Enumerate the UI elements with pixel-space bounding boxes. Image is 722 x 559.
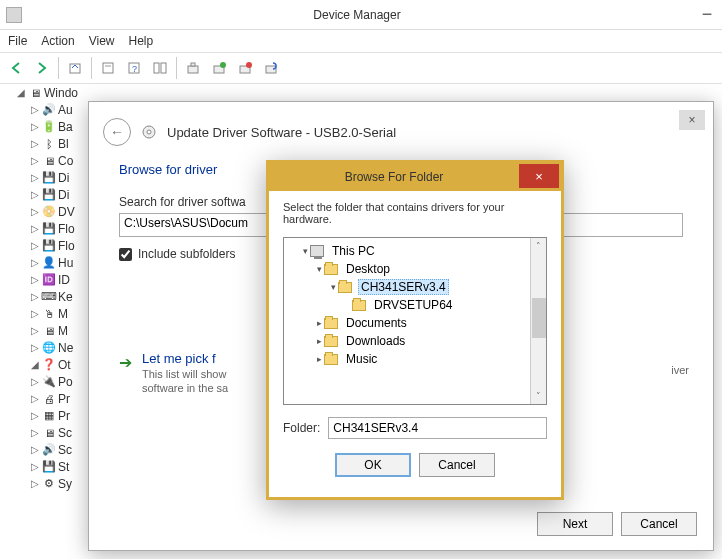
tree-item[interactable]: ▷💾Flo bbox=[6, 220, 90, 237]
expand-icon[interactable]: ▷ bbox=[30, 393, 40, 404]
device-tree[interactable]: ◢ 🖥 Windo ▷🔊Au▷🔋Ba▷ᛒBl▷🖥Co▷💾Di▷💾Di▷📀DV▷💾… bbox=[0, 84, 90, 554]
expand-icon[interactable]: ▷ bbox=[30, 325, 40, 336]
expand-icon[interactable]: ▷ bbox=[30, 308, 40, 319]
folder-tree-item[interactable]: ▸Downloads bbox=[286, 332, 544, 350]
expand-icon[interactable]: ▷ bbox=[30, 427, 40, 438]
tree-item[interactable]: ▷▦Pr bbox=[6, 407, 90, 424]
expand-icon[interactable]: ▷ bbox=[30, 257, 40, 268]
tree-item[interactable]: ▷🖥Co bbox=[6, 152, 90, 169]
device-icon: 📀 bbox=[42, 205, 56, 219]
expand-icon[interactable]: ▷ bbox=[30, 376, 40, 387]
expand-icon[interactable]: ▷ bbox=[30, 478, 40, 489]
tree-item-label: Ot bbox=[58, 358, 71, 372]
folder-tree-item[interactable]: ▾Desktop bbox=[286, 260, 544, 278]
menu-file[interactable]: File bbox=[8, 34, 27, 48]
tree-item[interactable]: ▷👤Hu bbox=[6, 254, 90, 271]
expand-icon[interactable]: ▸ bbox=[314, 318, 324, 328]
expand-icon[interactable]: ▷ bbox=[30, 206, 40, 217]
expand-icon[interactable]: ▷ bbox=[30, 189, 40, 200]
expand-icon[interactable]: ▷ bbox=[30, 240, 40, 251]
expand-icon[interactable]: ▷ bbox=[30, 461, 40, 472]
forward-button[interactable] bbox=[30, 56, 54, 80]
dialog-close-button[interactable]: × bbox=[679, 110, 705, 130]
tree-item[interactable]: ▷🔋Ba bbox=[6, 118, 90, 135]
tree-item-label: Ba bbox=[58, 120, 73, 134]
expand-icon[interactable]: ▷ bbox=[30, 444, 40, 455]
menu-action[interactable]: Action bbox=[41, 34, 74, 48]
tree-item[interactable]: ▷🌐Ne bbox=[6, 339, 90, 356]
tree-item[interactable]: ◢❓Ot bbox=[6, 356, 90, 373]
expand-icon[interactable]: ▷ bbox=[30, 291, 40, 302]
scroll-down-icon[interactable]: ˅ bbox=[531, 388, 546, 404]
folder-tree-item[interactable]: ▾This PC bbox=[286, 242, 544, 260]
tree-item[interactable]: ▷🔊Au bbox=[6, 101, 90, 118]
expand-icon[interactable]: ◢ bbox=[30, 359, 40, 370]
ok-button[interactable]: OK bbox=[335, 453, 411, 477]
collapse-icon[interactable]: ◢ bbox=[16, 87, 26, 98]
folder-tree-item[interactable]: ▾CH341SERv3.4 bbox=[286, 278, 544, 296]
tree-item[interactable]: ▷🆔ID bbox=[6, 271, 90, 288]
include-subfolders-input[interactable] bbox=[119, 248, 132, 261]
tree-item[interactable]: ▷🔌Po bbox=[6, 373, 90, 390]
next-button[interactable]: Next bbox=[537, 512, 613, 536]
minimize-button[interactable]: − bbox=[692, 4, 722, 25]
help-button[interactable]: ? bbox=[122, 56, 146, 80]
browse-close-button[interactable]: × bbox=[519, 164, 559, 188]
scroll-thumb[interactable] bbox=[532, 298, 546, 338]
browse-cancel-button[interactable]: Cancel bbox=[419, 453, 495, 477]
folder-tree-item[interactable]: ▸Documents bbox=[286, 314, 544, 332]
uninstall-button[interactable] bbox=[259, 56, 283, 80]
expand-icon[interactable]: ▷ bbox=[30, 104, 40, 115]
dialog-header: ← Update Driver Software - USB2.0-Serial bbox=[89, 102, 713, 162]
tile-button[interactable] bbox=[148, 56, 172, 80]
expand-icon[interactable]: ▷ bbox=[30, 172, 40, 183]
device-icon: 🖥 bbox=[42, 426, 56, 440]
expand-icon[interactable]: ▷ bbox=[30, 155, 40, 166]
disable-button[interactable] bbox=[233, 56, 257, 80]
scrollbar[interactable]: ˄ ˅ bbox=[530, 238, 546, 404]
pick-title: Let me pick f bbox=[142, 351, 228, 366]
tree-item[interactable]: ▷🖥M bbox=[6, 322, 90, 339]
svg-rect-2 bbox=[105, 65, 111, 67]
tree-root[interactable]: ◢ 🖥 Windo bbox=[6, 84, 90, 101]
tree-item[interactable]: ▷🖨Pr bbox=[6, 390, 90, 407]
expand-icon[interactable]: ▷ bbox=[30, 342, 40, 353]
tree-item[interactable]: ▷⚙Sy bbox=[6, 475, 90, 492]
menu-view[interactable]: View bbox=[89, 34, 115, 48]
expand-icon[interactable]: ▷ bbox=[30, 410, 40, 421]
folder-tree-item[interactable]: DRVSETUP64 bbox=[286, 296, 544, 314]
tree-item[interactable]: ▷💾Di bbox=[6, 169, 90, 186]
menu-help[interactable]: Help bbox=[129, 34, 154, 48]
scroll-up-icon[interactable]: ˄ bbox=[531, 238, 546, 254]
folder-tree-item[interactable]: ▸Music bbox=[286, 350, 544, 368]
tree-item[interactable]: ▷🔊Sc bbox=[6, 441, 90, 458]
tree-item[interactable]: ▷⌨Ke bbox=[6, 288, 90, 305]
tree-item[interactable]: ▷💾Di bbox=[6, 186, 90, 203]
folder-input[interactable] bbox=[328, 417, 547, 439]
folder-tree[interactable]: ▾This PC▾Desktop▾CH341SERv3.4DRVSETUP64▸… bbox=[283, 237, 547, 405]
update-driver-button[interactable] bbox=[207, 56, 231, 80]
tree-item[interactable]: ▷💾Flo bbox=[6, 237, 90, 254]
tree-item[interactable]: ▷🖥Sc bbox=[6, 424, 90, 441]
expand-icon[interactable]: ▾ bbox=[300, 246, 310, 256]
tree-item-label: Ke bbox=[58, 290, 73, 304]
tree-item[interactable]: ▷💾St bbox=[6, 458, 90, 475]
expand-icon[interactable]: ▾ bbox=[314, 264, 324, 274]
show-hidden-button[interactable] bbox=[63, 56, 87, 80]
expand-icon[interactable]: ▷ bbox=[30, 274, 40, 285]
tree-item[interactable]: ▷ᛒBl bbox=[6, 135, 90, 152]
expand-icon[interactable]: ▷ bbox=[30, 223, 40, 234]
tree-item[interactable]: ▷🖱M bbox=[6, 305, 90, 322]
expand-icon[interactable]: ▷ bbox=[30, 138, 40, 149]
back-button[interactable]: ← bbox=[103, 118, 131, 146]
back-button[interactable] bbox=[4, 56, 28, 80]
expand-icon[interactable]: ▸ bbox=[314, 354, 324, 364]
scan-button[interactable] bbox=[181, 56, 205, 80]
expand-icon[interactable]: ▸ bbox=[314, 336, 324, 346]
expand-icon[interactable]: ▷ bbox=[30, 121, 40, 132]
cancel-button[interactable]: Cancel bbox=[621, 512, 697, 536]
expand-icon[interactable]: ▾ bbox=[328, 282, 338, 292]
folder-icon bbox=[324, 336, 338, 347]
properties-button[interactable] bbox=[96, 56, 120, 80]
tree-item[interactable]: ▷📀DV bbox=[6, 203, 90, 220]
